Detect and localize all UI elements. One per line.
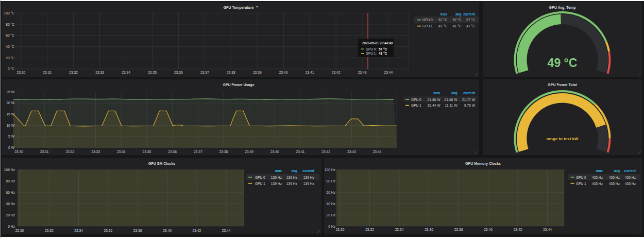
- svg-text:GPU 0: GPU 0: [255, 176, 265, 179]
- svg-text:23:44: 23:44: [222, 229, 231, 232]
- svg-text:60 Hz: 60 Hz: [6, 191, 15, 194]
- svg-text:GPU Power Total: GPU Power Total: [548, 83, 577, 87]
- svg-text:23:31: 23:31: [43, 71, 52, 74]
- svg-text:139 Hz: 139 Hz: [286, 182, 298, 185]
- svg-text:100 Hz: 100 Hz: [325, 168, 336, 172]
- svg-text:139 Hz: 139 Hz: [303, 182, 315, 185]
- svg-text:GPU Power Usage: GPU Power Usage: [223, 83, 254, 87]
- svg-text:23:42: 23:42: [514, 228, 522, 231]
- svg-text:60 Hz: 60 Hz: [327, 191, 336, 194]
- svg-text:139 Hz: 139 Hz: [303, 176, 315, 179]
- svg-text:23:33: 23:33: [95, 71, 104, 74]
- svg-text:23:44: 23:44: [384, 71, 393, 74]
- svg-text:23:41: 23:41: [306, 71, 314, 74]
- svg-text:GPU Memory Clocks: GPU Memory Clocks: [465, 162, 501, 166]
- svg-text:16.44 W: 16.44 W: [428, 104, 441, 107]
- svg-text:23:34: 23:34: [117, 150, 126, 154]
- svg-text:25 W: 25 W: [6, 90, 14, 94]
- svg-text:23:30: 23:30: [14, 150, 23, 154]
- svg-text:23:32: 23:32: [65, 150, 74, 154]
- svg-text:23:43: 23:43: [358, 71, 367, 74]
- svg-text:max: max: [275, 169, 282, 173]
- svg-text:49 °C: 49 °C: [548, 56, 578, 70]
- svg-text:40 Hz: 40 Hz: [6, 202, 15, 206]
- svg-text:23:39: 23:39: [253, 71, 262, 74]
- svg-text:GPU Temperature: GPU Temperature: [224, 6, 254, 10]
- svg-text:57 °C: 57 °C: [466, 18, 475, 22]
- svg-text:405 Hz: 405 Hz: [609, 182, 620, 185]
- svg-text:57 °C: 57 °C: [453, 18, 462, 22]
- svg-text:23:32: 23:32: [365, 228, 374, 231]
- svg-text:23:36: 23:36: [104, 229, 113, 232]
- svg-text:80 °C: 80 °C: [6, 23, 14, 26]
- svg-text:405 Hz: 405 Hz: [592, 176, 603, 179]
- svg-text:max: max: [440, 12, 448, 16]
- svg-text:23:42: 23:42: [192, 229, 201, 232]
- svg-text:139 Hz: 139 Hz: [271, 176, 282, 179]
- svg-text:20 °C: 20 °C: [6, 56, 14, 60]
- svg-text:range to text kW: range to text kW: [546, 137, 579, 141]
- svg-text:23:34: 23:34: [122, 71, 130, 74]
- svg-text:23:38: 23:38: [454, 228, 463, 231]
- svg-text:23:38: 23:38: [219, 150, 228, 154]
- svg-text:23:31: 23:31: [40, 150, 49, 154]
- svg-text:GPU 0: GPU 0: [422, 18, 433, 22]
- svg-text:0 Hz: 0 Hz: [328, 225, 335, 228]
- svg-text:23:42: 23:42: [332, 71, 341, 74]
- svg-text:100 Hz: 100 Hz: [4, 168, 15, 172]
- svg-text:GPU 0: GPU 0: [411, 98, 421, 101]
- svg-text:0 Hz: 0 Hz: [8, 225, 15, 228]
- svg-text:23:43: 23:43: [347, 150, 356, 154]
- svg-text:23:36: 23:36: [174, 71, 183, 74]
- svg-text:57 °C: 57 °C: [379, 47, 387, 51]
- svg-text:23:41: 23:41: [296, 150, 305, 154]
- svg-text:23:35: 23:35: [143, 150, 151, 154]
- svg-text:41 °C: 41 °C: [453, 24, 462, 28]
- svg-text:GPU 1:: GPU 1:: [366, 52, 377, 55]
- svg-text:23:40: 23:40: [163, 229, 172, 232]
- svg-text:avg: avg: [451, 91, 457, 95]
- svg-text:max: max: [596, 169, 603, 173]
- svg-text:20 Hz: 20 Hz: [327, 213, 336, 217]
- svg-text:11.11 W: 11.11 W: [445, 104, 458, 107]
- svg-text:current: current: [463, 12, 476, 16]
- svg-text:405 Hz: 405 Hz: [592, 182, 603, 185]
- svg-text:23:32: 23:32: [69, 71, 78, 74]
- svg-text:23:42: 23:42: [321, 150, 330, 154]
- svg-text:405 Hz: 405 Hz: [609, 176, 620, 179]
- svg-text:GPU 0:: GPU 0:: [366, 47, 377, 51]
- svg-text:41 °C: 41 °C: [466, 24, 475, 28]
- svg-text:23:37: 23:37: [194, 150, 202, 154]
- svg-text:23:30: 23:30: [336, 228, 345, 231]
- svg-text:23:40: 23:40: [484, 228, 493, 231]
- svg-text:23:32: 23:32: [45, 229, 54, 232]
- svg-text:23:34: 23:34: [74, 229, 83, 232]
- svg-text:avg: avg: [455, 12, 461, 16]
- svg-text:23:44: 23:44: [543, 228, 552, 231]
- svg-text:GPU 1: GPU 1: [255, 182, 265, 185]
- svg-text:41 °C: 41 °C: [438, 24, 447, 28]
- svg-text:current: current: [302, 169, 315, 173]
- svg-text:9.76 W: 9.76 W: [464, 104, 476, 107]
- svg-text:23:30: 23:30: [15, 229, 24, 232]
- svg-text:0 °C: 0 °C: [8, 67, 14, 71]
- svg-text:23:38: 23:38: [227, 71, 235, 74]
- svg-text:21.86 W: 21.86 W: [428, 98, 441, 101]
- svg-text:GPU 1: GPU 1: [576, 182, 586, 185]
- svg-text:100 °C: 100 °C: [4, 11, 14, 15]
- svg-text:23:36: 23:36: [168, 150, 177, 154]
- svg-text:avg: avg: [614, 169, 620, 173]
- svg-text:41 °C: 41 °C: [379, 52, 387, 55]
- svg-text:23:30: 23:30: [16, 71, 25, 74]
- svg-text:current: current: [624, 169, 636, 173]
- svg-text:80 Hz: 80 Hz: [6, 179, 15, 183]
- svg-text:23:38: 23:38: [133, 229, 142, 232]
- svg-text:GPU 0: GPU 0: [576, 176, 586, 179]
- svg-text:21.77 W: 21.77 W: [462, 98, 476, 101]
- svg-text:23:39: 23:39: [245, 150, 253, 154]
- svg-text:23:37: 23:37: [200, 71, 209, 74]
- svg-text:40 °C: 40 °C: [6, 45, 14, 48]
- svg-text:GPU 1: GPU 1: [422, 24, 433, 28]
- svg-text:20 Hz: 20 Hz: [6, 213, 15, 217]
- svg-text:57 °C: 57 °C: [438, 18, 447, 22]
